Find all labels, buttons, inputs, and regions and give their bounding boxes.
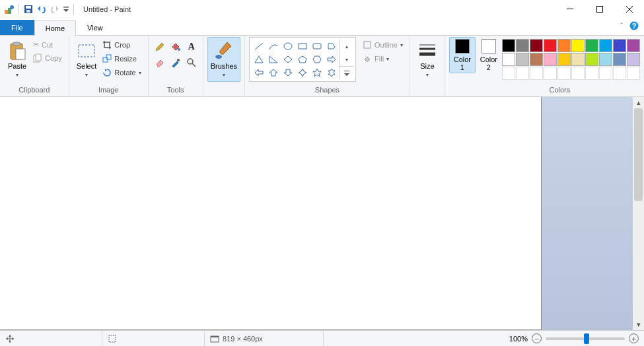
shape-pentagon[interactable] (295, 53, 310, 66)
palette-swatch[interactable] (516, 53, 529, 66)
shape-diamond[interactable] (281, 53, 295, 66)
palette-swatch[interactable] (627, 53, 640, 66)
shape-arrow-up[interactable] (266, 66, 281, 79)
magnifier-tool[interactable] (184, 55, 199, 70)
fill-tool[interactable] (168, 40, 183, 54)
palette-swatch[interactable] (585, 39, 598, 52)
shapes-scroll-up[interactable]: ▴ (339, 40, 353, 53)
palette-swatch[interactable] (502, 67, 515, 80)
cut-button[interactable]: ✂Cut (30, 38, 65, 51)
svg-rect-34 (211, 336, 219, 337)
palette-swatch[interactable] (571, 39, 585, 52)
color-palette[interactable] (502, 37, 640, 80)
palette-swatch[interactable] (571, 53, 585, 66)
resize-button[interactable]: Resize (100, 52, 143, 65)
palette-swatch[interactable] (585, 53, 598, 66)
palette-swatch[interactable] (530, 53, 543, 66)
shape-triangle[interactable] (252, 53, 266, 66)
shape-6star[interactable] (324, 66, 339, 79)
palette-swatch[interactable] (544, 67, 557, 80)
shape-5star[interactable] (310, 66, 324, 79)
palette-swatch[interactable] (613, 39, 626, 52)
redo-icon[interactable] (50, 4, 60, 15)
scroll-down-icon[interactable]: ▾ (633, 319, 644, 330)
svg-point-21 (188, 59, 193, 64)
palette-swatch[interactable] (530, 67, 543, 80)
crop-icon (102, 40, 112, 50)
palette-swatch[interactable] (530, 39, 543, 52)
palette-swatch[interactable] (627, 67, 640, 80)
minimize-button[interactable] (555, 0, 585, 18)
shapes-expand[interactable] (339, 66, 353, 79)
status-file-size (324, 331, 504, 346)
palette-swatch[interactable] (557, 39, 571, 52)
scroll-thumb[interactable] (634, 108, 643, 201)
palette-swatch[interactable] (585, 67, 598, 80)
brushes-button[interactable]: Brushes▾ (207, 37, 240, 82)
size-button[interactable]: Size▾ (414, 37, 441, 82)
copy-button[interactable]: Copy (30, 52, 65, 65)
vertical-scrollbar[interactable]: ▴ ▾ (633, 97, 644, 330)
shape-hexagon[interactable] (310, 53, 324, 66)
canvas[interactable] (0, 97, 542, 330)
shape-rounded-rectangle[interactable] (310, 40, 324, 53)
svg-rect-32 (109, 335, 116, 342)
shapes-gallery[interactable]: ▴ ▾ (249, 37, 356, 82)
shape-rectangle[interactable] (295, 40, 310, 53)
zoom-slider[interactable] (546, 337, 625, 340)
eraser-tool[interactable] (153, 55, 167, 70)
maximize-button[interactable] (585, 0, 614, 18)
palette-swatch[interactable] (613, 53, 626, 66)
shape-4star[interactable] (295, 66, 310, 79)
shape-right-triangle[interactable] (266, 53, 281, 66)
text-tool[interactable]: A (184, 40, 199, 54)
collapse-ribbon-icon[interactable]: ˆ (620, 22, 623, 30)
color1-button[interactable]: Color 1 (449, 37, 476, 73)
palette-swatch[interactable] (557, 67, 571, 80)
zoom-out-button[interactable]: − (532, 333, 542, 343)
shape-curve[interactable] (266, 40, 281, 53)
palette-swatch[interactable] (502, 39, 515, 52)
shape-fill-button[interactable]: Fill ▾ (360, 52, 406, 65)
palette-swatch[interactable] (571, 67, 585, 80)
undo-icon[interactable] (36, 4, 47, 15)
close-button[interactable] (614, 0, 644, 18)
help-icon[interactable]: ? (629, 21, 639, 30)
shape-oval[interactable] (281, 40, 295, 53)
scroll-up-icon[interactable]: ▴ (633, 97, 644, 108)
tab-view[interactable]: View (76, 20, 114, 35)
color2-button[interactable]: Color 2 (476, 37, 502, 73)
crop-button[interactable]: Crop (100, 38, 143, 52)
shape-arrow-down[interactable] (281, 66, 295, 79)
shape-outline-button[interactable]: Outline ▾ (360, 38, 406, 52)
zoom-in-button[interactable]: + (629, 333, 639, 343)
shapes-scroll-down[interactable]: ▾ (339, 53, 353, 66)
palette-swatch[interactable] (613, 67, 626, 80)
svg-text:?: ? (632, 22, 637, 30)
ribbon: Paste▾ ✂Cut Copy Clipboard Select▾ Crop … (0, 36, 644, 97)
svg-point-2 (10, 5, 14, 9)
qat-customize-icon[interactable] (63, 4, 69, 15)
tab-home[interactable]: Home (34, 20, 76, 36)
palette-swatch[interactable] (544, 53, 557, 66)
palette-swatch[interactable] (502, 53, 515, 66)
palette-swatch[interactable] (599, 39, 612, 52)
palette-swatch[interactable] (599, 67, 612, 80)
shape-arrow-left[interactable] (252, 66, 266, 79)
tab-file[interactable]: File (0, 20, 34, 35)
select-button[interactable]: Select▾ (73, 37, 100, 82)
save-icon[interactable] (23, 4, 34, 15)
shape-polygon[interactable] (324, 40, 339, 53)
color-picker-tool[interactable] (168, 55, 183, 70)
palette-swatch[interactable] (516, 39, 529, 52)
shape-arrow-right[interactable] (324, 53, 339, 66)
rotate-button[interactable]: Rotate ▾ (100, 66, 143, 79)
palette-swatch[interactable] (627, 39, 640, 52)
palette-swatch[interactable] (557, 53, 571, 66)
paste-button[interactable]: Paste▾ (4, 37, 30, 82)
pencil-tool[interactable] (153, 40, 167, 54)
palette-swatch[interactable] (516, 67, 529, 80)
palette-swatch[interactable] (544, 39, 557, 52)
shape-line[interactable] (252, 40, 266, 53)
palette-swatch[interactable] (599, 53, 612, 66)
